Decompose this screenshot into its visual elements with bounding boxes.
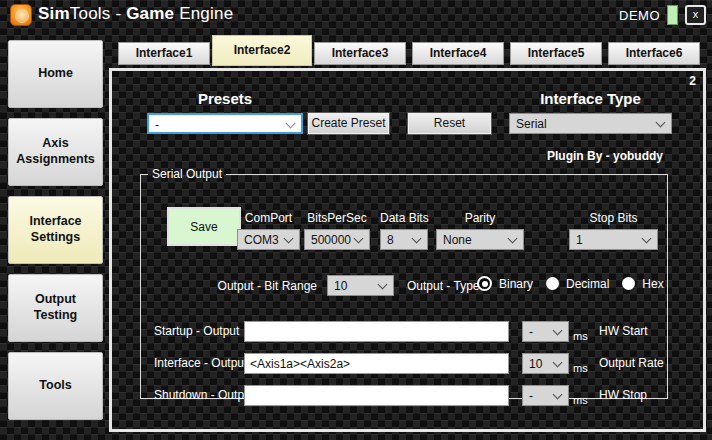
interface-type-select[interactable]: Serial	[509, 113, 672, 134]
output-rate-value: 10	[529, 357, 542, 371]
demo-badge: DEMO	[619, 8, 660, 23]
presets-selected-value: -	[155, 118, 159, 132]
shutdown-delay-value: -	[529, 389, 533, 403]
title-sim: Sim	[38, 4, 70, 23]
chevron-down-icon	[354, 234, 364, 244]
presets-select[interactable]: -	[147, 113, 303, 134]
output-rate-label: Output Rate	[599, 356, 664, 370]
shutdown-delay-select[interactable]: -	[522, 385, 569, 406]
sidebar-label: Home	[38, 66, 73, 82]
status-indicator	[667, 5, 678, 25]
interface-output-label: Interface - Output	[154, 356, 247, 370]
sidebar-label: Tools	[39, 378, 71, 394]
sidebar-label: Axis Assignments	[13, 136, 98, 167]
title-game: Game	[126, 4, 174, 23]
bit-range-value: 10	[334, 279, 347, 293]
comport-label: ComPort	[237, 211, 300, 225]
sidebar-item-axis-assignments[interactable]: Axis Assignments	[8, 118, 103, 186]
chevron-down-icon	[553, 390, 563, 400]
output-type-label: Output - Type	[407, 279, 480, 293]
comport-value: COM3	[244, 233, 279, 247]
shutdown-output-row: Shutdown - Output - ms HW Stop	[141, 385, 667, 406]
tab-interface2[interactable]: Interface2	[212, 35, 312, 66]
ms-unit-label: ms	[573, 362, 588, 374]
interface-output-input[interactable]	[244, 353, 509, 374]
stopbits-value: 1	[576, 233, 583, 247]
title-engine: Engine	[174, 4, 233, 23]
app-logo-icon	[10, 4, 32, 26]
page-number: 2	[689, 74, 696, 88]
interface-type-heading: Interface Type	[509, 90, 672, 107]
chevron-down-icon	[656, 118, 666, 128]
sidebar-label: Interface Settings	[13, 214, 98, 245]
save-button[interactable]: Save	[167, 207, 241, 246]
parity-select[interactable]: None	[436, 229, 524, 250]
close-button[interactable]: x	[685, 5, 706, 25]
databits-select[interactable]: 8	[380, 229, 428, 250]
shutdown-output-input[interactable]	[244, 385, 509, 406]
radio-hex-label: Hex	[642, 277, 663, 291]
title-tools: Tools -	[70, 4, 126, 23]
radio-binary[interactable]: Binary	[477, 276, 533, 291]
plugin-by-label: Plugin By - yobuddy	[547, 149, 663, 163]
chevron-down-icon	[412, 234, 422, 244]
hw-start-label: HW Start	[599, 324, 648, 338]
bit-range-select[interactable]: 10	[327, 275, 394, 296]
chevron-down-icon	[284, 234, 294, 244]
serial-output-legend: Serial Output	[148, 167, 226, 181]
ms-unit-label: ms	[573, 394, 588, 406]
shutdown-output-label: Shutdown - Output	[154, 388, 254, 402]
tab-interface6[interactable]: Interface6	[608, 42, 700, 65]
output-type-radios: Binary Decimal Hex	[477, 276, 664, 291]
ms-unit-label: ms	[573, 330, 588, 342]
chevron-down-icon	[508, 234, 518, 244]
chevron-down-icon	[642, 234, 652, 244]
sidebar-label: Output Testing	[13, 292, 98, 323]
sidebar-item-home[interactable]: Home	[8, 40, 103, 108]
bitspersec-select[interactable]: 500000	[304, 229, 370, 250]
parity-value: None	[443, 233, 472, 247]
radio-decimal-label: Decimal	[566, 277, 609, 291]
startup-delay-value: -	[529, 325, 533, 339]
chevron-down-icon	[553, 326, 563, 336]
radio-decimal[interactable]: Decimal	[546, 277, 609, 291]
tab-interface4[interactable]: Interface4	[412, 42, 504, 65]
sidebar-item-tools[interactable]: Tools	[8, 352, 103, 420]
bitspersec-value: 500000	[311, 233, 351, 247]
tab-interface3[interactable]: Interface3	[314, 42, 406, 65]
bit-range-label: Output - Bit Range	[203, 279, 317, 293]
chevron-down-icon	[378, 280, 388, 290]
databits-label: Data Bits	[380, 211, 428, 225]
tab-interface5[interactable]: Interface5	[510, 42, 602, 65]
window-title: SimTools - Game Engine	[38, 4, 233, 24]
sidebar-item-output-testing[interactable]: Output Testing	[8, 274, 103, 342]
app-window: SimTools - Game Engine DEMO x Home Axis …	[0, 0, 712, 440]
create-preset-button[interactable]: Create Preset	[308, 113, 389, 134]
interface-output-row: Interface - Output 10 ms Output Rate	[141, 353, 667, 374]
bitspersec-label: BitsPerSec	[304, 211, 370, 225]
stopbits-select[interactable]: 1	[569, 229, 658, 250]
radio-hex[interactable]: Hex	[622, 277, 663, 291]
tab-interface1[interactable]: Interface1	[118, 42, 210, 65]
startup-output-label: Startup - Output	[154, 324, 239, 338]
hw-stop-label: HW Stop	[599, 388, 647, 402]
chevron-down-icon	[286, 119, 296, 129]
databits-value: 8	[387, 233, 394, 247]
presets-heading: Presets	[147, 90, 303, 107]
radio-selected-icon	[477, 276, 492, 291]
output-rate-select[interactable]: 10	[522, 353, 569, 374]
startup-output-row: Startup - Output - ms HW Start	[141, 321, 667, 342]
comport-select[interactable]: COM3	[237, 229, 300, 250]
sidebar-item-interface-settings[interactable]: Interface Settings	[8, 196, 103, 264]
startup-delay-select[interactable]: -	[522, 321, 569, 342]
serial-output-group: Serial Output Save ComPort COM3 BitsPerS…	[140, 167, 668, 399]
radio-binary-label: Binary	[499, 277, 533, 291]
interface-panel: 2 Presets - Create Preset Reset Interfac…	[109, 68, 706, 432]
radio-unselected-icon	[622, 277, 635, 290]
radio-unselected-icon	[546, 277, 559, 290]
interface-type-selected-value: Serial	[516, 117, 547, 131]
stopbits-label: Stop Bits	[569, 211, 658, 225]
chevron-down-icon	[553, 358, 563, 368]
startup-output-input[interactable]	[244, 321, 509, 342]
reset-button[interactable]: Reset	[408, 113, 491, 134]
